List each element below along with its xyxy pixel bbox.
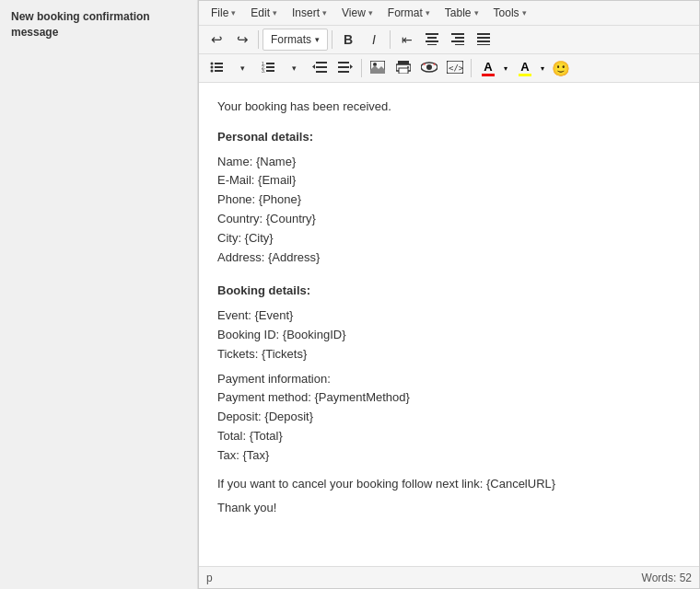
sep3	[390, 30, 391, 49]
personal-name: Name: {Name}	[217, 153, 681, 172]
print-button[interactable]	[391, 57, 415, 79]
sep1	[258, 30, 259, 49]
ul-arrow-icon: ▾	[240, 64, 245, 73]
menu-tools-arrow: ▾	[522, 8, 527, 17]
svg-rect-5	[455, 37, 464, 39]
text-color-group: A ▾	[475, 57, 510, 79]
svg-rect-13	[215, 63, 223, 64]
svg-rect-26	[316, 71, 327, 73]
personal-email: E-Mail: {Email}	[217, 171, 681, 191]
spacer6	[217, 466, 681, 475]
redo-button[interactable]: ↪	[230, 29, 254, 51]
italic-button[interactable]: I	[362, 29, 386, 51]
content-area[interactable]: Your booking has been received. Personal…	[199, 83, 699, 566]
personal-phone: Phone: {Phone}	[217, 191, 681, 210]
svg-rect-9	[477, 37, 490, 39]
svg-rect-4	[451, 33, 464, 35]
menu-format[interactable]: Format ▾	[381, 4, 437, 22]
svg-rect-6	[451, 40, 464, 42]
bold-button[interactable]: B	[336, 29, 360, 51]
emoji-button[interactable]: 🙂	[549, 57, 573, 79]
svg-rect-17	[215, 70, 223, 72]
outdent-button[interactable]	[308, 57, 332, 79]
preview-icon	[421, 61, 438, 76]
personal-city: City: {City}	[217, 229, 681, 248]
menu-file-arrow: ▾	[231, 8, 236, 17]
payment-total: Total: {Total}	[217, 427, 681, 446]
undo-button[interactable]: ↩	[204, 29, 228, 51]
svg-point-12	[211, 62, 214, 64]
highlight-color-group: A ▾	[512, 57, 547, 79]
indent-button[interactable]	[333, 57, 357, 79]
redo-icon: ↪	[237, 31, 249, 48]
bold-icon: B	[344, 32, 353, 47]
italic-icon: I	[372, 32, 376, 47]
svg-rect-28	[338, 62, 349, 64]
text-color-arrow[interactable]: ▾	[501, 57, 510, 79]
highlight-color-arrow[interactable]: ▾	[538, 57, 547, 79]
image-icon	[370, 61, 385, 76]
align-left-icon: ⇤	[402, 32, 412, 47]
intro-line: Your booking has been received.	[217, 98, 681, 117]
ordered-list-icon: 1. 2. 3.	[262, 61, 274, 76]
formats-arrow-icon: ▾	[315, 35, 320, 44]
booking-id: Booking ID: {BookingID}	[217, 326, 681, 345]
preview-button[interactable]	[417, 57, 441, 79]
svg-rect-37	[399, 68, 408, 74]
svg-rect-21	[266, 66, 274, 68]
svg-rect-1	[427, 37, 437, 39]
ordered-list-button[interactable]: 1. 2. 3.	[256, 57, 280, 79]
highlight-color-button[interactable]: A	[512, 57, 538, 79]
status-bar: p Words: 52	[199, 566, 699, 588]
formats-dropdown[interactable]: Formats ▾	[262, 29, 328, 51]
payment-method: Payment method: {PaymentMethod}	[217, 388, 681, 408]
align-justify-icon	[477, 32, 490, 48]
svg-marker-27	[312, 64, 315, 69]
menu-edit[interactable]: Edit ▾	[244, 4, 284, 22]
align-center-button[interactable]	[420, 29, 444, 51]
svg-rect-2	[426, 40, 438, 42]
payment-tax: Tax: {Tax}	[217, 446, 681, 466]
align-right-button[interactable]	[446, 29, 470, 51]
unordered-list-icon	[210, 61, 223, 76]
svg-rect-8	[477, 33, 490, 35]
svg-rect-30	[338, 71, 349, 73]
status-tag: p	[206, 572, 213, 584]
sidebar: New booking confirmation message	[0, 0, 198, 589]
word-count: Words: 52	[642, 572, 692, 584]
unordered-list-arrow[interactable]: ▾	[230, 57, 254, 79]
align-justify-button[interactable]	[472, 29, 496, 51]
menu-view[interactable]: View ▾	[335, 4, 379, 22]
source-code-button[interactable]: </>	[443, 57, 467, 79]
sep2	[332, 30, 332, 49]
svg-point-16	[211, 69, 214, 72]
svg-point-14	[211, 65, 214, 68]
editor-wrapper: File ▾ Edit ▾ Insert ▾ View ▾ Format ▾ T…	[198, 0, 700, 589]
svg-point-38	[407, 66, 409, 68]
booking-tickets: Tickets: {Tickets}	[217, 345, 681, 364]
menu-table[interactable]: Table ▾	[438, 4, 485, 22]
svg-line-41	[424, 64, 426, 65]
align-center-icon	[426, 32, 438, 48]
menu-file[interactable]: File ▾	[204, 4, 242, 22]
svg-marker-31	[350, 64, 353, 69]
svg-rect-15	[215, 66, 223, 68]
print-icon	[396, 61, 411, 76]
menu-insert[interactable]: Insert ▾	[286, 4, 333, 22]
spacer3	[217, 267, 681, 282]
ordered-list-arrow[interactable]: ▾	[282, 57, 306, 79]
cancel-line: If you want to cancel your booking follo…	[217, 475, 681, 494]
highlight-color-swatch	[519, 74, 531, 76]
svg-rect-10	[477, 40, 490, 42]
text-color-button[interactable]: A	[475, 57, 501, 79]
menu-insert-arrow: ▾	[322, 8, 327, 17]
sidebar-title: New booking confirmation message	[11, 9, 186, 40]
highlight-color-label: A	[520, 61, 529, 73]
menu-tools[interactable]: Tools ▾	[487, 4, 533, 22]
toolbar-row1: ↩ ↪ Formats ▾ B I ⇤	[199, 26, 699, 54]
insert-image-button[interactable]	[366, 57, 390, 79]
svg-rect-23	[266, 70, 274, 72]
menu-edit-arrow: ▾	[273, 8, 277, 17]
unordered-list-button[interactable]	[204, 57, 228, 79]
align-left-button[interactable]: ⇤	[394, 29, 418, 51]
